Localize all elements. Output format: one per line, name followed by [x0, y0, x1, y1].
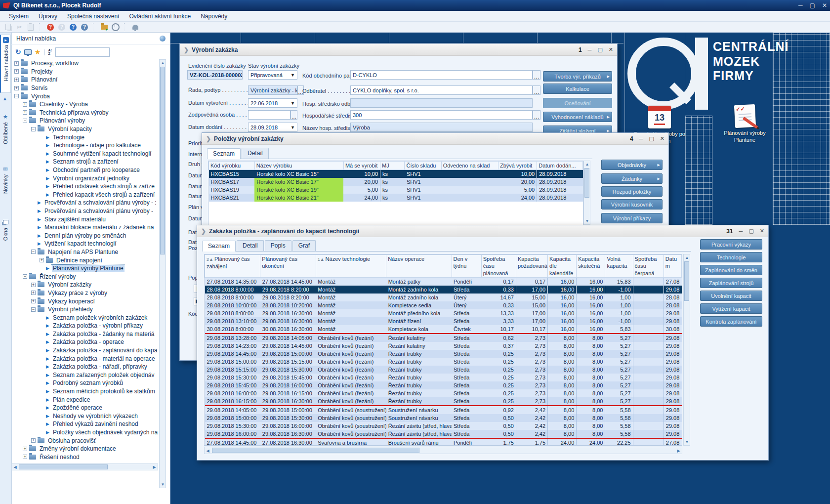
- items-action-button[interactable]: Výrobní kusovník: [601, 199, 663, 210]
- responsible-person-lookup-button[interactable]: …: [290, 110, 297, 120]
- tree-item[interactable]: ▶Zakázka položka - nářadí, přípravky: [11, 363, 159, 371]
- tree-item[interactable]: ▶Zpožděné operace: [11, 404, 159, 412]
- column-header[interactable]: Datum dodán...: [537, 162, 583, 170]
- window-titlebar[interactable]: ❯ Položky výrobní zakázky 4 ─ ▢ ✕: [202, 133, 668, 145]
- items-tab-detail[interactable]: Detail: [242, 148, 269, 159]
- cell[interactable]: [633, 286, 664, 294]
- cell[interactable]: 29.08: [664, 381, 681, 389]
- cell[interactable]: 14,67: [481, 294, 516, 301]
- window-close-button[interactable]: ✕: [660, 135, 664, 142]
- cell[interactable]: Svařovna a brusírna: [316, 438, 386, 446]
- cell[interactable]: Horské kolo XC Basic 17": [254, 178, 343, 186]
- cell[interactable]: Obrábění kovů (soustružení): [316, 414, 386, 422]
- cell[interactable]: 8,00: [548, 389, 577, 397]
- cell[interactable]: [441, 194, 498, 202]
- cell[interactable]: 28.08: [664, 294, 681, 301]
- cell[interactable]: Středa: [452, 286, 481, 294]
- table-row[interactable]: 27.08.2018 14:45:0027.08.2018 16:30:00Sv…: [205, 438, 682, 446]
- tree-expand-toggle[interactable]: +: [23, 102, 27, 107]
- cell[interactable]: Středa: [452, 350, 481, 358]
- collapse-arrow-icon[interactable]: ▲: [2, 96, 7, 101]
- sort-az-icon[interactable]: A↕Z: [48, 48, 52, 55]
- cell[interactable]: SHV1: [405, 178, 441, 186]
- cell[interactable]: [633, 374, 664, 381]
- context-help-icon[interactable]: ?: [45, 23, 55, 31]
- cell[interactable]: Obrábění kovů (řezání): [316, 389, 386, 397]
- table-row[interactable]: 29.08.2018 8:00:0029.08.2018 16:30:00Mon…: [205, 309, 682, 317]
- tree-item[interactable]: +Výkazy kooperací: [11, 297, 159, 305]
- cell[interactable]: 5,27: [605, 366, 633, 374]
- cell[interactable]: Obrábění kovů (řezání): [316, 358, 386, 366]
- cell[interactable]: 28.08.2018 10:00:00: [205, 301, 260, 309]
- capacity-vertical-scrollbar[interactable]: ▲ ▼: [683, 254, 690, 446]
- cell[interactable]: 29.08.2018 14:45:00: [260, 342, 316, 350]
- tree-expand-toggle[interactable]: +: [31, 299, 36, 303]
- cell[interactable]: 29.08: [664, 309, 681, 317]
- cell[interactable]: 29.08.2018 15:30:00: [205, 374, 260, 381]
- cell[interactable]: [633, 317, 664, 325]
- tree-item[interactable]: ▶Přehled výkazů zavinění neshod: [11, 420, 159, 428]
- cell[interactable]: 29.08.2018 16:15:00: [260, 389, 316, 397]
- cell[interactable]: 16,00: [577, 286, 605, 294]
- cell[interactable]: 5,58: [605, 430, 633, 438]
- cell[interactable]: 16,00: [577, 325, 605, 334]
- tree-expand-toggle[interactable]: +: [14, 61, 19, 66]
- cell[interactable]: Řezání kulatiny: [386, 334, 452, 342]
- cell[interactable]: 8,00: [577, 366, 605, 374]
- tree-item[interactable]: −Plánování výroby: [11, 117, 159, 125]
- tree-expand-toggle[interactable]: +: [40, 258, 44, 262]
- cell[interactable]: Středa: [452, 358, 481, 366]
- column-header[interactable]: Má se vyrobit: [343, 162, 380, 170]
- cell[interactable]: 0,25: [481, 381, 516, 389]
- cell[interactable]: ks: [380, 194, 405, 202]
- cell[interactable]: Středa: [452, 374, 481, 381]
- cell[interactable]: 29.08.2018 16:30:00: [260, 397, 316, 406]
- cell[interactable]: 29.08: [664, 389, 681, 397]
- cell[interactable]: [633, 397, 664, 406]
- menu-item[interactable]: Systém: [4, 12, 34, 21]
- column-header[interactable]: Kód výrobku: [209, 162, 255, 170]
- cell[interactable]: Montáž: [316, 309, 386, 317]
- cell[interactable]: 29.08.2018 14:05:00: [260, 334, 316, 342]
- tree-item[interactable]: −Výrobní kapacity: [11, 125, 159, 133]
- cell[interactable]: 16,00: [548, 309, 577, 317]
- tree-item[interactable]: ▶Seznam položek výrobních zakázek: [11, 313, 159, 322]
- cell[interactable]: 30.08: [664, 325, 681, 334]
- tree-item[interactable]: ▶Zakázka položka - žádanky na materiá: [11, 330, 159, 338]
- tree-expand-toggle[interactable]: +: [14, 78, 19, 82]
- cell[interactable]: 15,00: [516, 294, 547, 301]
- window-titlebar[interactable]: ❯ Výrobní zakázka 1 ─ ▢ ✕: [180, 44, 617, 56]
- cell[interactable]: [633, 358, 664, 366]
- menu-item[interactable]: Úpravy: [34, 12, 62, 21]
- cell[interactable]: Obrábění kovů (řezání): [316, 334, 386, 342]
- cell[interactable]: 29.08.2018 8:00:00: [205, 309, 260, 317]
- cell[interactable]: Soustružení návarku: [386, 406, 452, 414]
- cell[interactable]: 8,00: [548, 381, 577, 389]
- window-maximize-button[interactable]: ▢: [597, 46, 602, 53]
- cell[interactable]: 29.08.2018 16:00:00: [205, 389, 260, 397]
- cell[interactable]: Středa: [452, 366, 481, 374]
- cell[interactable]: 5,27: [605, 358, 633, 366]
- cell[interactable]: 30.08.2018 16:30:00: [260, 325, 316, 334]
- cell[interactable]: Obrábění kovů (řezání): [316, 350, 386, 358]
- cell[interactable]: 0,25: [481, 350, 516, 358]
- delivery-date-select[interactable]: 28.09.2018▼: [248, 123, 297, 132]
- cell[interactable]: Montáž: [316, 294, 386, 301]
- cell[interactable]: 24,00: [577, 438, 605, 446]
- cell[interactable]: 8,00: [548, 430, 577, 438]
- tree-expand-toggle[interactable]: −: [31, 250, 36, 254]
- table-row[interactable]: 29.08.2018 13:28:0029.08.2018 14:05:00Ob…: [205, 334, 682, 342]
- cell[interactable]: Pondělí: [452, 438, 481, 446]
- minimize-button[interactable]: ─: [798, 2, 803, 9]
- tree-item[interactable]: ▶Zakázka položka - zaplánování do kapa: [11, 346, 159, 355]
- cell[interactable]: 28.09.2018: [537, 170, 583, 178]
- cell[interactable]: 2,73: [516, 389, 547, 397]
- cell[interactable]: 8,00: [548, 374, 577, 381]
- column-header[interactable]: Datu m: [664, 255, 681, 278]
- table-row[interactable]: 27.08.2018 14:35:0027.08.2018 14:45:00Mo…: [205, 277, 682, 286]
- cell[interactable]: 29.08: [664, 406, 681, 414]
- cell[interactable]: 8,00: [548, 406, 577, 414]
- tree-vertical-scrollbar[interactable]: ▲ ▼: [159, 59, 166, 488]
- tree-item[interactable]: ▶Výrobní organizační jednotky: [11, 174, 159, 182]
- cell[interactable]: HXCBAS15: [209, 170, 255, 178]
